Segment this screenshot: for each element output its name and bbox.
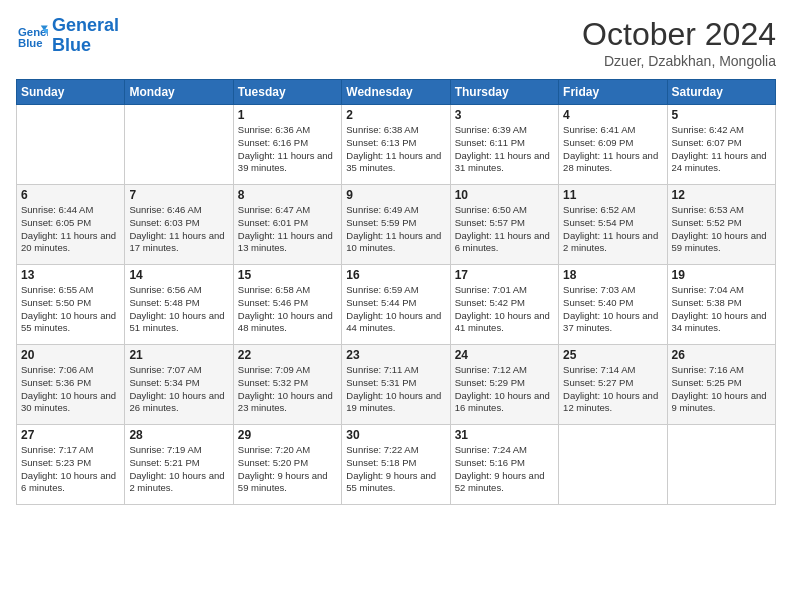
calendar-cell — [17, 105, 125, 185]
calendar-cell: 21Sunrise: 7:07 AM Sunset: 5:34 PM Dayli… — [125, 345, 233, 425]
day-details: Sunrise: 7:16 AM Sunset: 5:25 PM Dayligh… — [672, 364, 771, 415]
calendar-cell: 22Sunrise: 7:09 AM Sunset: 5:32 PM Dayli… — [233, 345, 341, 425]
weekday-header: Friday — [559, 80, 667, 105]
calendar-week-row: 1Sunrise: 6:36 AM Sunset: 6:16 PM Daylig… — [17, 105, 776, 185]
calendar-cell: 13Sunrise: 6:55 AM Sunset: 5:50 PM Dayli… — [17, 265, 125, 345]
weekday-header: Saturday — [667, 80, 775, 105]
calendar-cell: 23Sunrise: 7:11 AM Sunset: 5:31 PM Dayli… — [342, 345, 450, 425]
day-details: Sunrise: 6:56 AM Sunset: 5:48 PM Dayligh… — [129, 284, 228, 335]
day-number: 7 — [129, 188, 228, 202]
day-details: Sunrise: 7:07 AM Sunset: 5:34 PM Dayligh… — [129, 364, 228, 415]
day-details: Sunrise: 7:24 AM Sunset: 5:16 PM Dayligh… — [455, 444, 554, 495]
day-number: 9 — [346, 188, 445, 202]
day-number: 5 — [672, 108, 771, 122]
day-number: 12 — [672, 188, 771, 202]
day-details: Sunrise: 6:59 AM Sunset: 5:44 PM Dayligh… — [346, 284, 445, 335]
day-number: 3 — [455, 108, 554, 122]
day-details: Sunrise: 7:14 AM Sunset: 5:27 PM Dayligh… — [563, 364, 662, 415]
calendar-cell: 18Sunrise: 7:03 AM Sunset: 5:40 PM Dayli… — [559, 265, 667, 345]
title-block: October 2024 Dzuer, Dzabkhan, Mongolia — [582, 16, 776, 69]
day-details: Sunrise: 7:01 AM Sunset: 5:42 PM Dayligh… — [455, 284, 554, 335]
day-number: 28 — [129, 428, 228, 442]
calendar-cell: 1Sunrise: 6:36 AM Sunset: 6:16 PM Daylig… — [233, 105, 341, 185]
calendar-cell: 26Sunrise: 7:16 AM Sunset: 5:25 PM Dayli… — [667, 345, 775, 425]
calendar-cell: 20Sunrise: 7:06 AM Sunset: 5:36 PM Dayli… — [17, 345, 125, 425]
calendar-cell: 19Sunrise: 7:04 AM Sunset: 5:38 PM Dayli… — [667, 265, 775, 345]
day-details: Sunrise: 6:39 AM Sunset: 6:11 PM Dayligh… — [455, 124, 554, 175]
month-title: October 2024 — [582, 16, 776, 53]
day-details: Sunrise: 7:12 AM Sunset: 5:29 PM Dayligh… — [455, 364, 554, 415]
day-number: 29 — [238, 428, 337, 442]
calendar-cell: 29Sunrise: 7:20 AM Sunset: 5:20 PM Dayli… — [233, 425, 341, 505]
day-number: 23 — [346, 348, 445, 362]
day-number: 4 — [563, 108, 662, 122]
calendar-cell: 14Sunrise: 6:56 AM Sunset: 5:48 PM Dayli… — [125, 265, 233, 345]
day-details: Sunrise: 6:44 AM Sunset: 6:05 PM Dayligh… — [21, 204, 120, 255]
calendar-week-row: 13Sunrise: 6:55 AM Sunset: 5:50 PM Dayli… — [17, 265, 776, 345]
calendar-body: 1Sunrise: 6:36 AM Sunset: 6:16 PM Daylig… — [17, 105, 776, 505]
calendar-cell: 9Sunrise: 6:49 AM Sunset: 5:59 PM Daylig… — [342, 185, 450, 265]
calendar-cell: 15Sunrise: 6:58 AM Sunset: 5:46 PM Dayli… — [233, 265, 341, 345]
calendar-cell: 5Sunrise: 6:42 AM Sunset: 6:07 PM Daylig… — [667, 105, 775, 185]
day-number: 13 — [21, 268, 120, 282]
day-number: 26 — [672, 348, 771, 362]
logo-text: General Blue — [52, 16, 119, 56]
calendar-header-row: SundayMondayTuesdayWednesdayThursdayFrid… — [17, 80, 776, 105]
logo-icon: General Blue — [16, 22, 48, 50]
day-number: 20 — [21, 348, 120, 362]
day-number: 8 — [238, 188, 337, 202]
day-details: Sunrise: 7:20 AM Sunset: 5:20 PM Dayligh… — [238, 444, 337, 495]
day-details: Sunrise: 6:42 AM Sunset: 6:07 PM Dayligh… — [672, 124, 771, 175]
day-number: 2 — [346, 108, 445, 122]
day-details: Sunrise: 6:47 AM Sunset: 6:01 PM Dayligh… — [238, 204, 337, 255]
day-details: Sunrise: 6:50 AM Sunset: 5:57 PM Dayligh… — [455, 204, 554, 255]
day-number: 6 — [21, 188, 120, 202]
page-header: General Blue General Blue October 2024 D… — [16, 16, 776, 69]
day-number: 15 — [238, 268, 337, 282]
day-number: 16 — [346, 268, 445, 282]
weekday-header: Thursday — [450, 80, 558, 105]
calendar-cell: 6Sunrise: 6:44 AM Sunset: 6:05 PM Daylig… — [17, 185, 125, 265]
location-subtitle: Dzuer, Dzabkhan, Mongolia — [582, 53, 776, 69]
svg-text:Blue: Blue — [18, 36, 43, 48]
weekday-header: Sunday — [17, 80, 125, 105]
calendar-cell: 12Sunrise: 6:53 AM Sunset: 5:52 PM Dayli… — [667, 185, 775, 265]
day-number: 31 — [455, 428, 554, 442]
calendar-cell: 11Sunrise: 6:52 AM Sunset: 5:54 PM Dayli… — [559, 185, 667, 265]
day-details: Sunrise: 6:38 AM Sunset: 6:13 PM Dayligh… — [346, 124, 445, 175]
weekday-header: Wednesday — [342, 80, 450, 105]
calendar-cell — [667, 425, 775, 505]
calendar-cell: 17Sunrise: 7:01 AM Sunset: 5:42 PM Dayli… — [450, 265, 558, 345]
day-details: Sunrise: 7:17 AM Sunset: 5:23 PM Dayligh… — [21, 444, 120, 495]
calendar-cell: 25Sunrise: 7:14 AM Sunset: 5:27 PM Dayli… — [559, 345, 667, 425]
calendar-cell: 8Sunrise: 6:47 AM Sunset: 6:01 PM Daylig… — [233, 185, 341, 265]
day-details: Sunrise: 7:06 AM Sunset: 5:36 PM Dayligh… — [21, 364, 120, 415]
calendar-cell: 31Sunrise: 7:24 AM Sunset: 5:16 PM Dayli… — [450, 425, 558, 505]
day-details: Sunrise: 7:04 AM Sunset: 5:38 PM Dayligh… — [672, 284, 771, 335]
calendar-cell: 28Sunrise: 7:19 AM Sunset: 5:21 PM Dayli… — [125, 425, 233, 505]
day-details: Sunrise: 7:03 AM Sunset: 5:40 PM Dayligh… — [563, 284, 662, 335]
calendar-cell: 30Sunrise: 7:22 AM Sunset: 5:18 PM Dayli… — [342, 425, 450, 505]
day-details: Sunrise: 7:22 AM Sunset: 5:18 PM Dayligh… — [346, 444, 445, 495]
logo: General Blue General Blue — [16, 16, 119, 56]
calendar-cell: 27Sunrise: 7:17 AM Sunset: 5:23 PM Dayli… — [17, 425, 125, 505]
day-number: 21 — [129, 348, 228, 362]
day-number: 11 — [563, 188, 662, 202]
calendar-cell: 10Sunrise: 6:50 AM Sunset: 5:57 PM Dayli… — [450, 185, 558, 265]
day-details: Sunrise: 6:46 AM Sunset: 6:03 PM Dayligh… — [129, 204, 228, 255]
calendar-cell: 24Sunrise: 7:12 AM Sunset: 5:29 PM Dayli… — [450, 345, 558, 425]
weekday-header: Monday — [125, 80, 233, 105]
day-number: 17 — [455, 268, 554, 282]
day-details: Sunrise: 6:49 AM Sunset: 5:59 PM Dayligh… — [346, 204, 445, 255]
calendar-cell — [125, 105, 233, 185]
day-details: Sunrise: 6:52 AM Sunset: 5:54 PM Dayligh… — [563, 204, 662, 255]
day-details: Sunrise: 6:58 AM Sunset: 5:46 PM Dayligh… — [238, 284, 337, 335]
day-details: Sunrise: 7:19 AM Sunset: 5:21 PM Dayligh… — [129, 444, 228, 495]
calendar-week-row: 27Sunrise: 7:17 AM Sunset: 5:23 PM Dayli… — [17, 425, 776, 505]
weekday-header: Tuesday — [233, 80, 341, 105]
day-number: 27 — [21, 428, 120, 442]
calendar-cell — [559, 425, 667, 505]
day-number: 10 — [455, 188, 554, 202]
calendar-week-row: 20Sunrise: 7:06 AM Sunset: 5:36 PM Dayli… — [17, 345, 776, 425]
day-number: 18 — [563, 268, 662, 282]
